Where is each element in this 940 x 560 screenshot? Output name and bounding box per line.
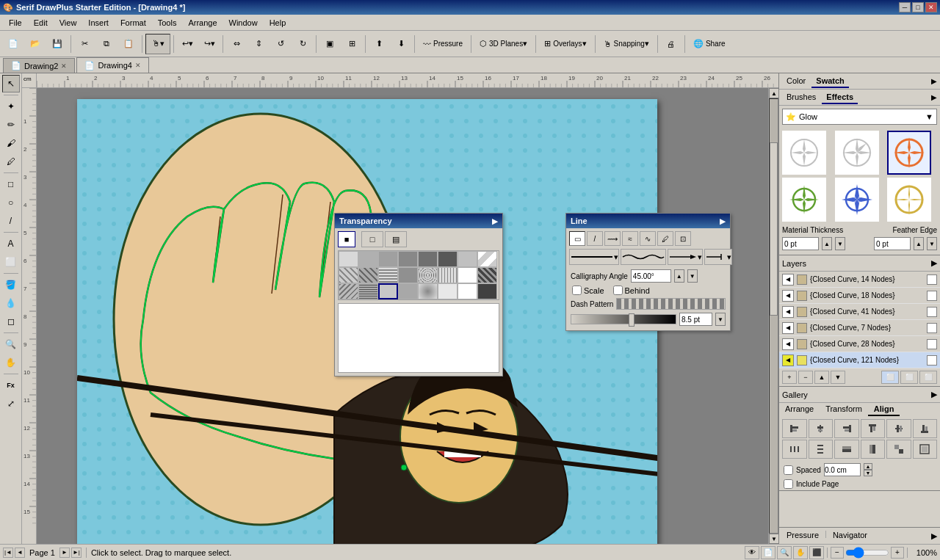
close-button[interactable]: ✕ — [925, 2, 937, 12]
line-style-solid[interactable]: ▾ — [569, 249, 619, 265]
menu-edit[interactable]: Edit — [28, 17, 54, 29]
layer-0-checkbox[interactable] — [927, 274, 937, 285]
tab-drawing2-close[interactable]: ✕ — [61, 62, 67, 70]
trans-swatch-19[interactable] — [398, 283, 418, 299]
same-width-btn[interactable] — [834, 440, 859, 459]
feather-up[interactable]: ▲ — [914, 237, 924, 250]
paintbrush-tool[interactable]: 🖌 — [2, 134, 20, 152]
trans-swatch-12[interactable] — [418, 267, 438, 283]
spaced-down-arrow[interactable]: ▼ — [864, 470, 872, 476]
layer-item-4[interactable]: ◀ {Closed Curve, 28 Nodes} — [779, 336, 940, 352]
thickness-handle[interactable] — [629, 313, 634, 327]
trans-swatch-2[interactable] — [378, 251, 398, 267]
freehand-tool[interactable]: ✏ — [2, 116, 20, 134]
line-style-wavy[interactable] — [621, 249, 666, 265]
share-button[interactable]: 🌐 Share — [688, 34, 731, 54]
send-back-button[interactable]: ⬇ — [391, 34, 411, 54]
align-left-btn[interactable] — [782, 419, 807, 438]
layer-view-btn-3[interactable]: ⬜ — [919, 371, 937, 384]
transparency-panel-header[interactable]: Transparency ▶ — [335, 214, 502, 228]
same-size-btn[interactable] — [886, 440, 911, 459]
new-button[interactable]: 📄 — [3, 34, 24, 54]
align-bottom-btn[interactable] — [913, 419, 938, 438]
effect-item-5[interactable] — [887, 178, 931, 222]
material-thickness-input[interactable] — [782, 237, 819, 250]
line-btn-5[interactable]: ∿ — [640, 231, 656, 246]
layer-4-checkbox[interactable] — [927, 339, 937, 349]
layer-4-vis[interactable]: ◀ — [782, 338, 794, 350]
fill-tool[interactable]: 🪣 — [2, 276, 20, 294]
menu-insert[interactable]: Insert — [82, 17, 115, 29]
shape-tool[interactable]: □ — [2, 175, 20, 193]
feather-edge-input[interactable] — [874, 237, 911, 250]
feather-down[interactable]: ▼ — [927, 237, 937, 250]
layer-3-vis[interactable]: ◀ — [782, 322, 794, 334]
same-height-btn[interactable] — [861, 440, 886, 459]
delete-layer-btn[interactable]: − — [798, 371, 813, 384]
overlays-button[interactable]: ⊞ Overlays▾ — [539, 34, 591, 54]
pointer-button[interactable]: 🖱▾ — [145, 34, 170, 54]
trans-swatch-9[interactable] — [358, 267, 378, 283]
zoom-out-btn[interactable]: − — [831, 547, 844, 559]
page-prev-btn[interactable]: ◄ — [15, 548, 25, 558]
ungroup-button[interactable]: ⊞ — [341, 34, 362, 54]
connect-tool[interactable]: ⤢ — [2, 395, 20, 412]
line-panel-close[interactable]: ▶ — [720, 217, 726, 225]
tab-drawing2[interactable]: 📄 Drawing2 ✕ — [3, 58, 75, 73]
layer-2-vis[interactable]: ◀ — [782, 306, 794, 318]
effect-item-4[interactable] — [835, 178, 879, 222]
trans-swatch-10[interactable] — [378, 267, 398, 283]
trans-none-btn[interactable]: □ — [361, 231, 383, 247]
effect-item-2[interactable] — [887, 131, 931, 175]
eraser-tool[interactable]: ◻ — [2, 313, 20, 330]
layer-up-btn[interactable]: ▲ — [814, 371, 829, 384]
group-button[interactable]: ▣ — [319, 34, 340, 54]
layer-view-btn-2[interactable]: ⬜ — [900, 371, 918, 384]
line-panel-header[interactable]: Line ▶ — [566, 214, 730, 228]
thickness-bar[interactable] — [571, 314, 676, 324]
page-first-btn[interactable]: |◄ — [3, 548, 13, 558]
eyedropper-tool[interactable]: 💧 — [2, 294, 20, 312]
trans-swatch-16[interactable] — [339, 283, 358, 299]
open-button[interactable]: 📂 — [25, 34, 46, 54]
line-tool[interactable]: / — [2, 212, 20, 230]
page-next-btn[interactable]: ► — [59, 548, 70, 558]
layers-expand[interactable]: ▶ — [931, 258, 937, 268]
trans-swatch-15[interactable] — [477, 267, 497, 283]
layer-5-vis[interactable]: ◀ — [782, 354, 794, 366]
line-style-end[interactable]: ▾ — [704, 249, 732, 265]
page-last-btn[interactable]: ►| — [71, 548, 82, 558]
trans-swatch-3[interactable] — [398, 251, 418, 267]
undo-button[interactable]: ↩▾ — [177, 34, 198, 54]
menu-view[interactable]: View — [54, 17, 83, 29]
layer-down-btn[interactable]: ▼ — [831, 371, 845, 384]
navigator-panel-tab[interactable]: Navigator — [828, 529, 872, 542]
pan-tool[interactable]: ✋ — [2, 354, 20, 371]
tab-drawing4-close[interactable]: ✕ — [135, 62, 141, 69]
line-btn-7[interactable]: ⊡ — [675, 231, 691, 246]
trans-swatch-7[interactable] — [477, 251, 497, 267]
fx-tool[interactable]: Fx — [2, 377, 20, 394]
trans-swatch-btn[interactable]: ▤ — [385, 231, 407, 247]
fill-page-btn[interactable] — [913, 440, 938, 459]
trans-swatch-14[interactable] — [458, 267, 477, 283]
calligraphy-angle-input[interactable] — [631, 269, 671, 283]
menu-help[interactable]: Help — [264, 17, 292, 29]
status-icon-4[interactable]: ✋ — [793, 546, 808, 559]
align-right-btn[interactable] — [834, 419, 859, 438]
3d-planes-button[interactable]: ⬡ 3D Planes▾ — [474, 34, 532, 54]
select-tool[interactable]: ↖ — [2, 75, 20, 92]
effect-item-0[interactable] — [782, 131, 826, 175]
zoom-tool[interactable]: 🔍 — [2, 335, 20, 353]
layer-3-checkbox[interactable] — [927, 323, 937, 333]
bottom-expand[interactable]: ▶ — [931, 531, 937, 541]
menu-file[interactable]: File — [3, 17, 28, 29]
behind-checkbox[interactable] — [613, 286, 623, 295]
canvas-viewport[interactable]: Transparency ▶ ■ □ ▤ — [37, 88, 768, 544]
trans-swatch-21[interactable] — [438, 283, 458, 299]
trans-swatch-1[interactable] — [358, 251, 378, 267]
effects-dropdown[interactable]: ⭐ Glow ▼ — [782, 109, 937, 125]
minimize-button[interactable]: ─ — [899, 2, 911, 12]
dash-pattern-control[interactable] — [616, 298, 726, 310]
trans-solid-btn[interactable]: ■ — [338, 231, 355, 247]
